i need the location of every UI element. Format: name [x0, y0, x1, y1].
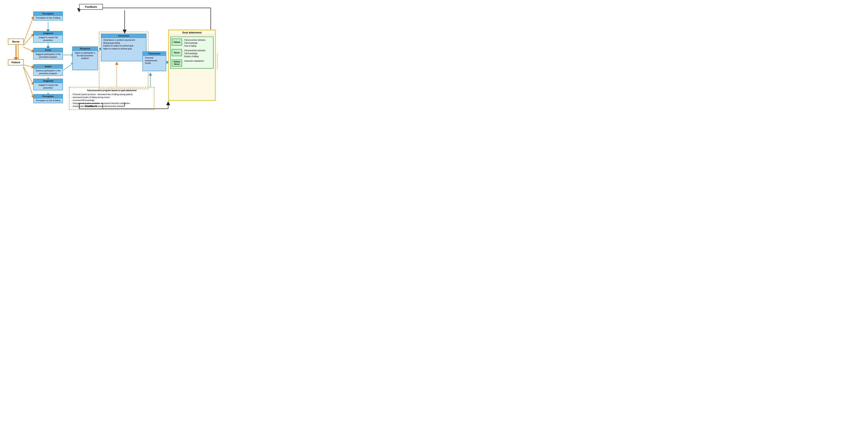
goal-attainment-outer: Goal attainment Patient . Fall preventio…	[168, 30, 216, 101]
nurse-goal-row: Nurse . Fall prevention behavior . Fall …	[172, 49, 212, 58]
patient-action-header: Action	[34, 65, 63, 69]
fall-program-item-1: - decreased burden of falling among nurs…	[72, 96, 152, 99]
transaction-box: Transaction . Personal . Interpersonal .…	[143, 52, 166, 71]
fall-program-item-2: - increased fall knowledge	[72, 99, 152, 102]
interaction-box: Interaction . Disturbance or problem ass…	[101, 34, 147, 61]
fall-program-item-0: . Personal system provision - decreased …	[72, 93, 152, 96]
interaction-header: Interaction	[101, 34, 146, 38]
patient-judgment-header: Judgment	[34, 79, 63, 83]
transaction-item-1: . Interpersonal	[144, 59, 165, 62]
nurse-action-box: Acton Suggest participation in the preve…	[33, 48, 63, 60]
transaction-item-2: . Social	[144, 62, 165, 65]
patient-action-box: Action Express participation in the prev…	[33, 64, 63, 76]
patient-goal-label: Patient	[172, 39, 182, 46]
interaction-body: . Disturbance or problem assessment . Mu…	[101, 38, 146, 51]
patient-goal-row: Patient . Fall prevention behavior . Fal…	[172, 39, 212, 47]
nurse-goal-label: Nurse	[172, 49, 182, 56]
nurse-perception-body: Perception of risk of falling	[34, 16, 63, 20]
interaction-item-1: . Mutual goal setting	[102, 42, 145, 45]
fall-program-title: Fall prevention program based on goal at…	[72, 89, 152, 92]
fall-program-item-3: . Interpersonal system provision - incre…	[72, 102, 152, 105]
patient-actor: Patient	[8, 59, 24, 65]
patient-judgment-body: Judged to require fall prevention	[34, 83, 63, 90]
interaction-item-0: . Disturbance or problem assessment	[102, 39, 145, 42]
fall-program-item-4: . Social system provision - increased fa…	[72, 105, 152, 108]
nurse-perception-box: Perception Perception of risk of falling	[33, 11, 63, 21]
diagram: Feedback Feedback Nurse Patient Percepti…	[2, 2, 218, 115]
nurse-action-body: Suggest participation in the prevention …	[34, 52, 63, 59]
transaction-item-0: . Personal	[144, 57, 165, 59]
patient-perception-header: Perception	[34, 95, 63, 98]
transaction-header: Transaction	[143, 52, 166, 56]
interaction-item-3: . Agree on means to achieve goal	[102, 47, 145, 50]
nurse-judgment-box: Judgment Judged to require fall preventi…	[33, 31, 63, 43]
svg-line-8	[23, 66, 33, 84]
nurse-actor: Nurse	[8, 39, 24, 45]
svg-line-4	[23, 18, 33, 43]
patient-perception-body: Perception of risk of falling	[34, 98, 63, 103]
transaction-body: . Personal . Interpersonal . Social	[143, 56, 166, 65]
svg-line-6	[23, 47, 33, 52]
nurse-judgment-header: Judgment	[34, 31, 63, 35]
nurse-goal-items: . Fall prevention behavior . Fall knowle…	[183, 49, 206, 58]
feedback-top: Feedback	[79, 4, 103, 10]
fall-program-box: Fall prevention program based on goal at…	[69, 87, 154, 110]
patient-goal-items: . Fall prevention behavior . Fall knowle…	[183, 39, 206, 47]
svg-line-5	[23, 35, 33, 45]
response-body: Agree to participate in the fall prevent…	[72, 51, 97, 61]
patient-action-body: Express participation in the prevention …	[34, 69, 63, 75]
patient-nurse-goal-label: Patient Nurse	[172, 60, 182, 67]
patient-perception-box: Perception Perception of risk of falling	[33, 94, 63, 103]
nurse-judgment-body: Judged to require fall prevention	[34, 35, 63, 42]
nurse-perception-header: Perception	[34, 12, 63, 16]
svg-line-9	[23, 67, 33, 97]
response-box: Response Agree to participate in the fal…	[72, 46, 98, 70]
response-header: Response	[72, 47, 97, 51]
interaction-item-2: . Explore on means to achieve goal	[102, 44, 145, 47]
svg-line-7	[23, 65, 33, 67]
patient-nurse-goal-items: . Interaction satisfaction	[183, 60, 204, 63]
svg-line-15	[63, 63, 73, 70]
nurse-action-header: Acton	[34, 48, 63, 52]
patient-nurse-goal-row: Patient Nurse . Interaction satisfaction	[172, 60, 212, 67]
patient-judgment-box: Judgment Judged to require fall preventi…	[33, 79, 63, 90]
goal-inner-box: Patient . Fall prevention behavior . Fal…	[170, 37, 214, 69]
goal-attainment-title: Goal attainment	[169, 30, 215, 35]
falls-box: Number of patient falls	[217, 54, 218, 69]
